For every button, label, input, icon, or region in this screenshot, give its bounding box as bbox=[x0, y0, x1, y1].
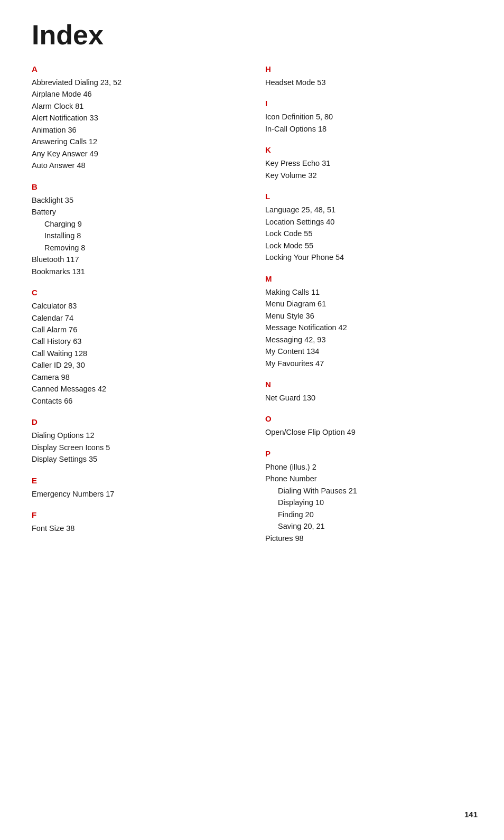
section-letter: A bbox=[32, 63, 244, 74]
index-section: FFont Size 38 bbox=[32, 509, 244, 534]
section-letter: I bbox=[265, 98, 478, 109]
index-entry: Call Alarm 76 bbox=[32, 324, 244, 335]
index-entry: Installing 8 bbox=[32, 230, 244, 241]
index-entry: Alert Notification 33 bbox=[32, 112, 244, 124]
index-section: MMaking Calls 11Menu Diagram 61Menu Styl… bbox=[265, 273, 478, 369]
index-section: EEmergency Numbers 17 bbox=[32, 475, 244, 500]
index-entry: Key Press Echo 31 bbox=[265, 157, 478, 169]
index-entry: Answering Calls 12 bbox=[32, 136, 244, 147]
index-section: NNet Guard 130 bbox=[265, 379, 478, 404]
index-section: LLanguage 25, 48, 51Location Settings 40… bbox=[265, 191, 478, 263]
page-title: Index bbox=[32, 21, 478, 49]
index-entry: Phone (illus.) 2 bbox=[265, 461, 478, 473]
index-section: HHeadset Mode 53 bbox=[265, 63, 478, 88]
index-entry: Caller ID 29, 30 bbox=[32, 359, 244, 371]
index-entry: Phone Number bbox=[265, 473, 478, 484]
index-entry: In-Call Options 18 bbox=[265, 123, 478, 135]
index-section: PPhone (illus.) 2Phone NumberDialing Wit… bbox=[265, 448, 478, 544]
section-letter: K bbox=[265, 144, 478, 155]
section-letter: C bbox=[32, 287, 244, 298]
index-entry: Bluetooth 117 bbox=[32, 254, 244, 265]
index-entry: Menu Diagram 61 bbox=[265, 298, 478, 310]
section-letter: P bbox=[265, 448, 478, 459]
index-entry: Displaying 10 bbox=[265, 497, 478, 508]
index-columns: AAbbreviated Dialing 23, 52Airplane Mode… bbox=[32, 63, 478, 554]
section-letter: E bbox=[32, 475, 244, 486]
index-entry: Display Screen Icons 5 bbox=[32, 442, 244, 453]
index-entry: Lock Code 55 bbox=[265, 228, 478, 239]
section-letter: F bbox=[32, 509, 244, 520]
index-entry: Saving 20, 21 bbox=[265, 520, 478, 532]
index-entry: Icon Definition 5, 80 bbox=[265, 111, 478, 123]
left-column: AAbbreviated Dialing 23, 52Airplane Mode… bbox=[32, 63, 244, 554]
index-section: DDialing Options 12Display Screen Icons … bbox=[32, 416, 244, 465]
index-entry: Contacts 66 bbox=[32, 395, 244, 407]
index-entry: Dialing With Pauses 21 bbox=[265, 485, 478, 497]
index-entry: Lock Mode 55 bbox=[265, 240, 478, 251]
index-entry: Calculator 83 bbox=[32, 300, 244, 312]
index-entry: Locking Your Phone 54 bbox=[265, 251, 478, 263]
index-entry: Emergency Numbers 17 bbox=[32, 488, 244, 500]
index-entry: Menu Style 36 bbox=[265, 310, 478, 322]
index-entry: Key Volume 32 bbox=[265, 170, 478, 181]
index-section: CCalculator 83Calendar 74Call Alarm 76Ca… bbox=[32, 287, 244, 407]
page-number: 141 bbox=[464, 810, 478, 819]
index-entry: Call Waiting 128 bbox=[32, 348, 244, 359]
section-letter: O bbox=[265, 413, 478, 424]
index-entry: Open/Close Flip Option 49 bbox=[265, 426, 478, 438]
index-entry: Pictures 98 bbox=[265, 533, 478, 544]
index-entry: Headset Mode 53 bbox=[265, 77, 478, 88]
index-entry: Abbreviated Dialing 23, 52 bbox=[32, 77, 244, 88]
index-entry: Battery bbox=[32, 206, 244, 218]
index-entry: Finding 20 bbox=[265, 509, 478, 520]
section-letter: L bbox=[265, 191, 478, 202]
index-section: AAbbreviated Dialing 23, 52Airplane Mode… bbox=[32, 63, 244, 172]
index-section: KKey Press Echo 31Key Volume 32 bbox=[265, 144, 478, 181]
index-section: OOpen/Close Flip Option 49 bbox=[265, 413, 478, 438]
index-entry: Bookmarks 131 bbox=[32, 266, 244, 277]
section-letter: D bbox=[32, 416, 244, 427]
index-entry: My Favourites 47 bbox=[265, 358, 478, 369]
index-entry: Backlight 35 bbox=[32, 194, 244, 206]
index-entry: Camera 98 bbox=[32, 371, 244, 383]
index-entry: Animation 36 bbox=[32, 124, 244, 136]
index-entry: Making Calls 11 bbox=[265, 286, 478, 298]
index-entry: Dialing Options 12 bbox=[32, 430, 244, 441]
index-entry: Message Notification 42 bbox=[265, 322, 478, 333]
index-entry: Font Size 38 bbox=[32, 522, 244, 534]
index-entry: Net Guard 130 bbox=[265, 392, 478, 404]
section-letter: H bbox=[265, 63, 478, 74]
index-entry: Calendar 74 bbox=[32, 312, 244, 324]
index-section: BBacklight 35BatteryCharging 9Installing… bbox=[32, 181, 244, 277]
index-entry: Airplane Mode 46 bbox=[32, 88, 244, 100]
index-entry: Auto Answer 48 bbox=[32, 160, 244, 171]
index-entry: Canned Messages 42 bbox=[32, 383, 244, 395]
section-letter: N bbox=[265, 379, 478, 390]
index-section: IIcon Definition 5, 80In-Call Options 18 bbox=[265, 98, 478, 135]
index-entry: Charging 9 bbox=[32, 218, 244, 230]
right-column: HHeadset Mode 53IIcon Definition 5, 80In… bbox=[265, 63, 478, 554]
index-entry: Display Settings 35 bbox=[32, 453, 244, 465]
index-entry: Alarm Clock 81 bbox=[32, 100, 244, 112]
index-entry: Removing 8 bbox=[32, 242, 244, 254]
index-entry: Call History 63 bbox=[32, 335, 244, 347]
section-letter: M bbox=[265, 273, 478, 284]
section-letter: B bbox=[32, 181, 244, 192]
index-entry: Messaging 42, 93 bbox=[265, 334, 478, 346]
index-entry: My Content 134 bbox=[265, 346, 478, 357]
index-entry: Location Settings 40 bbox=[265, 216, 478, 228]
index-entry: Language 25, 48, 51 bbox=[265, 204, 478, 216]
index-entry: Any Key Answer 49 bbox=[32, 148, 244, 160]
